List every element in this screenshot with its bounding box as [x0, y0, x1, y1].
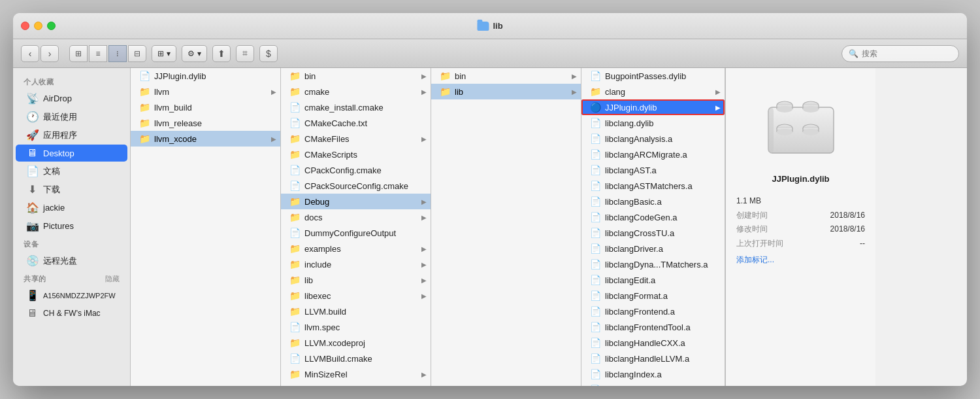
file-icon: 📄 [289, 322, 301, 332]
add-tag-button[interactable]: 添加标记... [736, 253, 865, 268]
col4-item-libclangdyna[interactable]: 📄 libclangDyna...TMatchers.a [581, 256, 725, 272]
col2-item-cmake[interactable]: 📁 cmake ▶ [281, 84, 431, 99]
file-icon: 📄 [589, 353, 601, 364]
col4-item-libclangbasic[interactable]: 📄 libclangBasic.a [581, 194, 725, 209]
chevron-right-icon: ▶ [572, 88, 577, 95]
col1-item-llvm-build[interactable]: 📁 llvm_build [131, 99, 280, 115]
maximize-button[interactable] [47, 22, 56, 30]
file-icon: 📄 [589, 385, 601, 386]
sidebar-item-applications[interactable]: 🚀 应用程序 [16, 126, 127, 144]
arrange-combo[interactable]: ⊞ ▾ [152, 45, 176, 62]
sidebar-item-airdrop[interactable]: 📡 AirDrop [16, 90, 127, 107]
sidebar-item-desktop[interactable]: 🖥 Desktop [16, 145, 127, 162]
share-button[interactable]: ⬆ [212, 45, 231, 62]
col4-item-libclangarcmigrate[interactable]: 📄 libclangARCMigrate.a [581, 147, 725, 162]
col2-item-cmakecache[interactable]: 📄 CMakeCache.txt [281, 115, 431, 131]
col2-item-docs[interactable]: 📁 docs ▶ [281, 209, 431, 225]
col2-item-include[interactable]: 📁 include ▶ [281, 256, 431, 272]
col4-item-libclang[interactable]: 📄 libclang.dylib [581, 115, 725, 131]
folder-icon: 📁 [289, 86, 301, 97]
list-view-button[interactable]: ≡ [89, 45, 107, 62]
file-icon: 📄 [589, 118, 601, 128]
col3-item-lib[interactable]: 📁 lib ▶ [431, 84, 581, 99]
titlebar: lib [13, 13, 967, 39]
sidebar-item-remote-disk[interactable]: 💿 远程光盘 [16, 252, 127, 269]
close-button[interactable] [21, 22, 29, 30]
col1-item-llvm[interactable]: 📁 llvm ▶ [131, 84, 280, 99]
sidebar-item-pictures[interactable]: 📷 Pictures [16, 217, 127, 235]
folder-icon: 📁 [289, 243, 301, 254]
col2-item-projects[interactable]: 📁 projects ▶ [281, 382, 431, 386]
sidebar-item-shared2[interactable]: 🖥 CH & FW's iMac [16, 305, 127, 322]
col2-item-lib[interactable]: 📁 lib ▶ [281, 272, 431, 288]
col4-item-libclanganalysis[interactable]: 📄 libclangAnalysis.a [581, 131, 725, 147]
col1-item-llvm-release[interactable]: 📁 llvm_release [131, 115, 280, 131]
col2-item-minsizerel[interactable]: 📁 MinSizeRel ▶ [281, 366, 431, 382]
col2-item-llvmxcodeproj[interactable]: 📁 LLVM.xcodeproj [281, 335, 431, 351]
col2-item-llvmbuild[interactable]: 📁 LLVM.build [281, 304, 431, 319]
icon-view-button[interactable]: ⊞ [69, 45, 88, 62]
col4-item-libclangcrosstu[interactable]: 📄 libclangCrossTU.a [581, 225, 725, 241]
hide-shared-button[interactable]: 隐藏 [105, 274, 120, 284]
edit-tags-button[interactable]: ⌗ [236, 45, 254, 62]
col2-item-libexec[interactable]: 📁 libexec ▶ [281, 288, 431, 304]
remote-disk-icon: 💿 [26, 254, 38, 267]
search-input[interactable] [862, 49, 940, 58]
column-4: 📄 BugpointPasses.dylib 📁 clang ▶ 🔵 JJPlu… [581, 68, 725, 386]
column-view-button[interactable]: ⫶ [108, 45, 127, 62]
column-2: 📁 bin ▶ 📁 cmake ▶ 📄 cmake_install.cmake … [281, 68, 431, 386]
col2-item-cpackconfig[interactable]: 📄 CPackConfig.cmake [281, 162, 431, 178]
col4-item-clang[interactable]: 📁 clang ▶ [581, 84, 725, 99]
col4-item-libclanghandlellvm[interactable]: 📄 libclangHandleLLVM.a [581, 351, 725, 366]
grid-icon: ⊞ [157, 49, 164, 58]
sidebar-item-documents[interactable]: 📄 文稿 [16, 162, 127, 180]
col3-item-bin[interactable]: 📁 bin ▶ [431, 68, 581, 84]
col4-item-libclangformat[interactable]: 📄 libclangFormat.a [581, 288, 725, 304]
sidebar-item-downloads[interactable]: ⬇ 下载 [16, 181, 127, 198]
sidebar-item-shared1[interactable]: 📱 A156NMDZZJWP2FW [16, 286, 127, 304]
col4-item-libclangcodegen[interactable]: 📄 libclangCodeGen.a [581, 209, 725, 225]
col2-item-llvmbuildcmake[interactable]: 📄 LLVMBuild.cmake [281, 351, 431, 366]
col2-item-examples[interactable]: 📁 examples ▶ [281, 241, 431, 256]
dylib-preview-icon [762, 84, 840, 163]
chevron-right-icon: ▶ [421, 292, 427, 300]
opened-row: 上次打开时间 -- [736, 237, 865, 251]
forward-button[interactable]: › [41, 45, 59, 62]
action-combo[interactable]: ⚙ ▾ [182, 45, 207, 62]
search-box[interactable]: 🔍 [841, 45, 959, 62]
col1-item-jjplugin[interactable]: 📄 JJPlugin.dylib [131, 68, 280, 84]
col2-item-bin[interactable]: 📁 bin ▶ [281, 68, 431, 84]
col2-item-cpacksource[interactable]: 📄 CPackSourceConfig.cmake [281, 178, 431, 194]
col2-item-cmake-install[interactable]: 📄 cmake_install.cmake [281, 99, 431, 115]
chevron-right-icon: ▶ [715, 104, 721, 111]
file-icon: 📄 [589, 165, 601, 175]
col4-item-libclangfrontendtool[interactable]: 📄 libclangFrontendTool.a [581, 319, 725, 335]
col4-item-libclangedit[interactable]: 📄 libclangEdit.a [581, 272, 725, 288]
col4-item-libclangindex[interactable]: 📄 libclangIndex.a [581, 366, 725, 382]
col4-item-libclangastmatchers[interactable]: 📄 libclangASTMatchers.a [581, 178, 725, 194]
col4-item-libclanghandlecxx[interactable]: 📄 libclangHandleCXX.a [581, 335, 725, 351]
gallery-view-button[interactable]: ⊟ [128, 45, 146, 62]
file-icon: 📄 [589, 259, 601, 269]
col4-item-libclangast[interactable]: 📄 libclangAST.a [581, 162, 725, 178]
col4-item-jjplugin[interactable]: 🔵 JJPlugin.dylib ▶ [581, 99, 725, 115]
col2-item-debug[interactable]: 📁 Debug ▶ [281, 194, 431, 209]
col4-item-bugpoint[interactable]: 📄 BugpointPasses.dylib [581, 68, 725, 84]
applications-icon: 🚀 [26, 129, 38, 141]
col4-item-libclangdriver[interactable]: 📄 libclangDriver.a [581, 241, 725, 256]
col2-item-cmakescripts[interactable]: 📁 CMakeScripts [281, 147, 431, 162]
col4-item-libclangfrontend[interactable]: 📄 libclangFrontend.a [581, 304, 725, 319]
file-icon: 📄 [589, 243, 601, 254]
col2-item-cmakefiles[interactable]: 📁 CMakeFiles ▶ [281, 131, 431, 147]
action-arrow: ▾ [197, 49, 201, 58]
sidebar-item-recent[interactable]: 🕐 最近使用 [16, 108, 127, 126]
col1-item-llvm-xcode[interactable]: 📁 llvm_xcode ▶ [131, 131, 280, 147]
col2-item-llvmspec[interactable]: 📄 llvm.spec [281, 319, 431, 335]
sidebar-item-jackie[interactable]: 🏠 jackie [16, 199, 127, 217]
terminal-button[interactable]: $ [259, 45, 278, 62]
minimize-button[interactable] [34, 22, 42, 30]
folder-icon: 📁 [289, 196, 301, 207]
col4-item-libclanglex[interactable]: 📄 libclangLex.a [581, 382, 725, 386]
col2-item-dummyconfig[interactable]: 📄 DummyConfigureOutput [281, 225, 431, 241]
back-button[interactable]: ‹ [21, 45, 39, 62]
